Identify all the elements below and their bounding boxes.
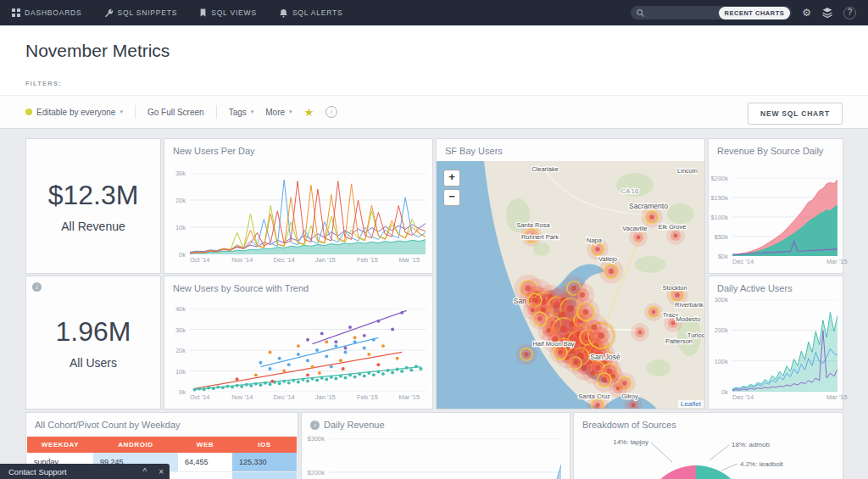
axis-tick-label: $150k — [711, 194, 728, 202]
contact-support-label: Contact Support — [0, 467, 136, 476]
fullscreen-button[interactable]: Go Full Screen — [147, 108, 204, 117]
nav-item-sql-snippets[interactable]: SQL Snippets — [104, 8, 178, 18]
map-attribution[interactable]: Leaflet — [678, 400, 704, 408]
pie-slice-label: 14%: tapjoy — [613, 438, 648, 446]
axis-tick-label: Nov '14 — [231, 256, 253, 264]
sf-bay-map[interactable]: San FranciscoClearlakeLincolnCA 16Sacram… — [437, 161, 704, 409]
search-box[interactable]: RECENT CHARTS — [631, 6, 792, 19]
card-daily-active-users[interactable]: Daily Active Users 0k100k200k300k Dec '1… — [708, 276, 843, 409]
nav-item-label: SQL Alerts — [292, 8, 343, 17]
scatter-point — [343, 347, 347, 350]
scatter-point — [334, 340, 337, 343]
divider — [216, 105, 217, 119]
help-icon[interactable]: ? — [843, 7, 856, 19]
layers-icon[interactable] — [821, 7, 833, 19]
scatter-point — [315, 348, 319, 352]
scatter-point — [282, 370, 286, 373]
x-axis-labels: Oct '14Nov '14Dec '14Jan '15Feb '15Mar '… — [190, 393, 427, 404]
axis-tick-label: Dec '14 — [732, 393, 754, 401]
map-zoom-in-button[interactable]: + — [443, 170, 460, 187]
card-new-users-trend[interactable]: New Users by Source with Trend 0k10k20k3… — [164, 276, 433, 409]
nav-item-dashboards[interactable]: Dashboards — [12, 8, 82, 17]
card-title: Daily Active Users — [709, 276, 843, 293]
scatter-point — [292, 379, 295, 382]
city-label: Sacramento — [629, 202, 668, 210]
tags-dropdown[interactable]: Tags ▾ — [229, 108, 254, 117]
info-icon[interactable]: i — [326, 106, 337, 118]
map-zoom-out-button[interactable]: − — [443, 189, 460, 206]
scatter-point — [240, 385, 243, 388]
axis-tick-label: Dec '14 — [732, 258, 754, 265]
card-title: i Daily Revenue — [302, 413, 570, 430]
scatter-point — [363, 334, 366, 337]
new-sql-chart-button[interactable]: NEW SQL CHART — [748, 103, 843, 125]
card-title: New Users by Source with Trend — [164, 276, 432, 293]
axis-tick-label: 300k — [715, 296, 728, 304]
city-label: Patterson — [665, 337, 693, 345]
scatter-point — [264, 382, 267, 385]
scatter-point — [225, 385, 229, 388]
axis-tick-label: Mar '15 — [398, 256, 420, 264]
scatter-point — [367, 353, 370, 356]
scatter-point — [320, 331, 324, 335]
axis-tick-label: Mar '15 — [826, 393, 848, 401]
axis-tick-label: Feb '15 — [357, 393, 378, 401]
scatter-point — [203, 387, 206, 391]
card-breakdown-of-sources[interactable]: Breakdown of Sources 14%: tapjoy18%: adm… — [573, 412, 843, 479]
scatter-point — [372, 338, 376, 342]
axis-tick-label: Feb '15 — [357, 256, 378, 264]
axis-tick-label: $0k — [718, 253, 728, 260]
gear-icon[interactable]: ⚙ — [802, 8, 811, 18]
close-icon[interactable]: × — [153, 467, 170, 476]
table-cell: 125,330 — [232, 453, 297, 471]
scatter-point — [301, 378, 304, 382]
nav-item-sql-alerts[interactable]: SQL Alerts — [279, 8, 343, 18]
search-input[interactable] — [645, 8, 725, 18]
scatter-point — [311, 365, 314, 369]
area-chart — [732, 178, 837, 256]
city-label: Lincoln — [677, 167, 698, 175]
more-dropdown[interactable]: More ▾ — [265, 108, 292, 117]
scatter-point — [269, 382, 272, 386]
card-revenue-by-source[interactable]: Revenue By Source Daily $0k$50k$100k$150… — [708, 138, 843, 274]
x-axis-labels: Dec '14Mar '15 — [732, 393, 839, 404]
recent-charts-button[interactable]: RECENT CHARTS — [719, 7, 791, 19]
table-cell: 103,157 — [232, 472, 297, 479]
city-label: Clearlake — [531, 165, 559, 173]
card-title: New Users Per Day — [164, 139, 432, 156]
city-label: Santa Rosa — [516, 221, 550, 229]
axis-tick-label: $200k — [711, 175, 728, 182]
scatter-point — [376, 363, 380, 366]
collapse-icon[interactable]: ^ — [136, 467, 153, 476]
axis-tick-label: 20k — [175, 197, 186, 204]
pie-slice-label: 4.2%: leadbolt — [740, 460, 783, 468]
scatter-point — [339, 359, 342, 362]
fullscreen-label: Go Full Screen — [147, 108, 204, 117]
axis-tick-label: 40k — [175, 305, 186, 313]
axis-tick-label: 100k — [715, 357, 728, 365]
axis-tick-label: 0k — [179, 251, 186, 259]
nav-item-label: SQL Snippets — [118, 8, 178, 17]
card-all-users[interactable]: i 1.96M All Users — [25, 276, 161, 409]
scatter-point — [297, 381, 300, 384]
contact-support-bar[interactable]: Contact Support ^ × — [0, 464, 170, 479]
card-sf-bay-users[interactable]: SF Bay Users San FranciscoClearlakeLinco… — [436, 138, 705, 409]
city-label: Gilroy — [621, 393, 638, 400]
scatter-point — [381, 372, 385, 376]
info-icon[interactable]: i — [310, 421, 320, 430]
scatter-point — [358, 372, 361, 376]
scatter-point — [270, 380, 274, 383]
scatter-point — [348, 373, 352, 376]
axis-tick-label: Oct '14 — [190, 393, 210, 401]
card-new-users-per-day[interactable]: New Users Per Day 0k10k20k30k Oct '14Nov… — [164, 138, 433, 274]
favorite-star-icon[interactable]: ★ — [304, 106, 314, 119]
revenue-value: $12.3M — [48, 180, 139, 211]
breakdown-pie: 14%: tapjoy18%: admob4.2%: leadbolt — [574, 413, 843, 479]
editable-dropdown[interactable]: Editable by everyone ▾ — [25, 108, 123, 117]
card-daily-revenue[interactable]: i Daily Revenue $0k$100k$200k$300k — [301, 412, 570, 479]
card-all-revenue[interactable]: $12.3M All Revenue — [25, 138, 161, 274]
info-icon[interactable]: i — [32, 282, 42, 292]
scatter-point — [334, 344, 337, 348]
search-icon — [636, 8, 645, 18]
nav-item-sql-views[interactable]: SQL Views — [199, 8, 257, 18]
